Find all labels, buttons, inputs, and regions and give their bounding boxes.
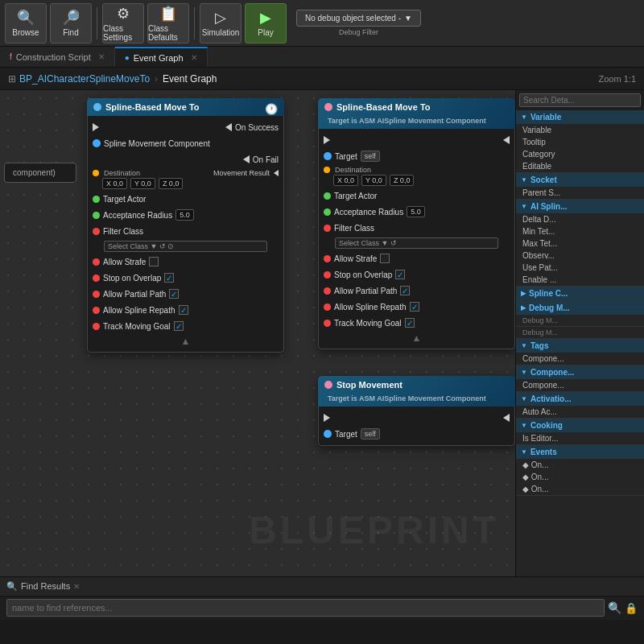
variable-section-label: Variable (530, 113, 561, 122)
class-defaults-icon: 📋 (159, 5, 177, 23)
allow-spline-repath-checkbox[interactable]: ✓ (179, 305, 188, 315)
class-defaults-label: Class Defaults (148, 24, 188, 42)
node-left-onfail-row: On Fail (88, 151, 283, 167)
panel-search-input[interactable] (519, 93, 641, 107)
find-search-input[interactable] (6, 599, 605, 617)
right-track-goal-pin (324, 320, 331, 327)
find-button[interactable]: 🔎 Find (50, 3, 92, 43)
panel-item-delta-d: Delta D... (516, 213, 644, 225)
node-left-acceptance-row: Acceptance Radius 5.0 (88, 207, 283, 223)
separator-2 (194, 7, 195, 39)
right-track-goal-label: Track Moving Goal (334, 319, 402, 328)
class-settings-button[interactable]: ⚙ Class Settings (102, 3, 144, 43)
find-lock-icon[interactable]: 🔒 (625, 602, 638, 614)
right-track-goal-checkbox[interactable]: ✓ (405, 318, 415, 328)
find-results-icon: 🔍 (6, 581, 18, 592)
movement-result-pin (274, 170, 279, 176)
right-dest-y-value: Y 0,0 (361, 175, 386, 186)
find-results-tab-label[interactable]: 🔍 Find Results ✕ (6, 581, 80, 592)
node-right-top-acceptance-row: Acceptance Radius 5.0 (319, 204, 514, 220)
debug-filter: No debug object selected - ▼ Debug Filte… (296, 10, 421, 36)
events-section-arrow-icon: ▼ (521, 448, 527, 456)
dest-z-value: Z 0,0 (159, 178, 184, 189)
class-defaults-button[interactable]: 📋 Class Defaults (147, 3, 189, 43)
exec-in-icon (93, 123, 99, 131)
stop-overlap-checkbox[interactable]: ✓ (164, 273, 174, 283)
panel-section-spline-c-header[interactable]: ▶ Spline C... (516, 287, 644, 300)
dest-values-row: X 0,0 Y 0,0 Z 0,0 (101, 178, 279, 189)
browse-button[interactable]: 🔍 Browse (5, 3, 47, 43)
panel-section-events-header[interactable]: ▼ Events (516, 445, 644, 459)
tab-event-graph[interactable]: ● Event Graph ✕ (115, 47, 208, 67)
right-acceptance-value: 5.0 (407, 206, 425, 217)
panel-item-use-pat: Use Pat... (516, 262, 644, 274)
right-dest-x-value: X 0,0 (333, 175, 358, 186)
tab-event-graph-close[interactable]: ✕ (191, 53, 197, 62)
panel-item-enable: Enable ... (516, 274, 644, 286)
right-stop-overlap-checkbox[interactable]: ✓ (395, 270, 405, 279)
stop-overlap-pin (93, 275, 100, 282)
node-right-top-allow-strafe-row: Allow Strafe (319, 250, 514, 266)
node-stop-movement[interactable]: Stop Movement Target is ASM AISpline Mov… (318, 376, 515, 446)
debug-filter-arrow-icon: ▼ (404, 14, 412, 23)
play-button[interactable]: ▶ Play (245, 3, 287, 43)
play-label: Play (258, 28, 273, 37)
panel-section-variable-header[interactable]: ▼ Variable (516, 110, 644, 124)
right-target-self-tag: self (361, 151, 380, 162)
panel-item-tooltip: Tooltip (516, 136, 644, 148)
allow-partial-checkbox[interactable]: ✓ (169, 289, 179, 299)
node-left-allow-spline-repath-row: Allow Spline Repath ✓ (88, 302, 283, 318)
class-settings-icon: ⚙ (117, 5, 130, 23)
on-fail-label: On Fail (253, 155, 279, 164)
breadcrumb-root[interactable]: BP_AICharacterSplineMoveTo (19, 73, 150, 85)
tab-construction-close[interactable]: ✕ (98, 52, 105, 61)
select-class-dropdown[interactable]: Select Class ▼ ↺ ⊙ (104, 241, 267, 252)
node-stop-subtitle: Target is ASM AISpline Movement Componen… (324, 394, 486, 402)
panel-section-events: ▼ Events ◆ On... ◆ On... ◆ On... (516, 445, 644, 496)
filter-class-label: Filter Class (103, 227, 143, 236)
right-allow-partial-checkbox[interactable]: ✓ (400, 286, 410, 295)
find-search-icon[interactable]: 🔍 (608, 601, 621, 614)
right-allow-strafe-checkbox[interactable] (380, 254, 390, 263)
node-right-top-dest-section: Destination X 0,0 Y 0,0 Z 0,0 (319, 164, 514, 188)
node-left-exec-row: On Success (88, 119, 283, 135)
tab-construction-script[interactable]: f Construction Script ✕ (0, 47, 115, 67)
allow-strafe-checkbox[interactable] (149, 257, 159, 266)
stop-exec-in-icon (324, 414, 330, 422)
on-fail-exec-icon (243, 155, 250, 163)
right-dest-z-value: Z 0,0 (390, 175, 415, 186)
debug-filter-button[interactable]: No debug object selected - ▼ (296, 10, 421, 27)
acceptance-radius-value: 5.0 (175, 209, 194, 221)
bottom-panel: 🔍 Find Results ✕ 🔍 🔒 (0, 576, 644, 620)
panel-item-event-on-2: ◆ On... (516, 471, 644, 483)
right-dest-values-row: X 0,0 Y 0,0 Z 0,0 (332, 175, 510, 186)
tab-event-graph-label: Event Graph (134, 53, 184, 63)
find-results-tab: 🔍 Find Results ✕ (0, 577, 644, 597)
panel-section-tags-header[interactable]: ▼ Tags (516, 339, 644, 353)
target-actor-label: Target Actor (103, 195, 146, 204)
track-moving-goal-checkbox[interactable]: ✓ (174, 321, 184, 331)
find-results-close[interactable]: ✕ (73, 582, 80, 591)
node-spline-move-to-left[interactable]: Spline-Based Move To 🕐 On Success Spline… (87, 98, 284, 353)
node-right-top-expand-icon: ▲ (319, 331, 514, 345)
panel-section-debug-m-header[interactable]: ▶ Debug M... (516, 301, 644, 315)
node-right-top-allow-spline-row: Allow Spline Repath ✓ (319, 299, 514, 315)
right-allow-spline-checkbox[interactable]: ✓ (410, 302, 419, 312)
right-select-class-dropdown[interactable]: Select Class ▼ ↺ (335, 237, 498, 249)
right-target-actor-pin (324, 192, 331, 200)
panel-section-cooking-header[interactable]: ▼ Cooking (516, 419, 644, 432)
node-stop-exec-row (319, 410, 514, 426)
node-stop-type-icon (324, 381, 332, 389)
panel-section-compone-header[interactable]: ▼ Compone... (516, 365, 644, 379)
ai-spline-section-label: AI Splin... (530, 202, 568, 211)
right-select-class-row: Select Class ▼ ↺ (319, 236, 514, 250)
panel-section-ai-spline-header[interactable]: ▼ AI Splin... (516, 200, 644, 213)
simulation-button[interactable]: ▷ Simulation (200, 3, 242, 43)
simulation-icon: ▷ (215, 9, 226, 27)
panel-section-socket-header[interactable]: ▼ Socket (516, 173, 644, 187)
debug-m-section-arrow-icon: ▶ (521, 304, 526, 312)
node-spline-move-to-right[interactable]: Spline-Based Move To Target is ASM AISpl… (318, 98, 515, 349)
allow-strafe-label: Allow Strafe (103, 258, 146, 266)
panel-section-activatio-header[interactable]: ▼ Activatio... (516, 392, 644, 406)
blueprint-canvas[interactable]: component) Spline-Based Move To 🕐 On Suc… (0, 90, 515, 576)
